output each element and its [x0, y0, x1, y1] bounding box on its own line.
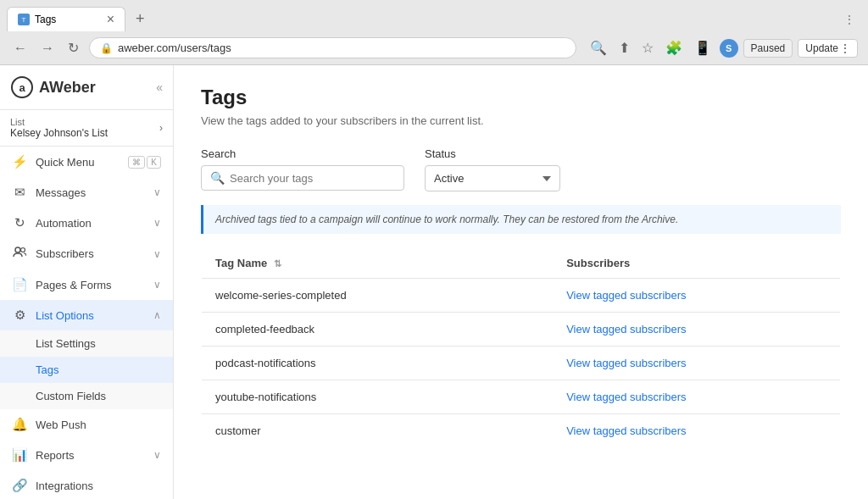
sort-icon[interactable]: ⇅	[274, 258, 281, 269]
search-icon: 🔍	[210, 171, 225, 185]
subscribers-icon	[12, 246, 27, 262]
sidebar-item-tags[interactable]: Tags	[0, 357, 173, 383]
view-tagged-subscribers-link[interactable]: View tagged subscribers	[566, 323, 686, 335]
tab-more-button[interactable]: ⋮	[837, 10, 861, 29]
toolbar-icons: 🔍 ⬆ ☆ 🧩 📱 S Paused Update ⋮	[587, 38, 858, 58]
back-button[interactable]: ←	[10, 37, 31, 59]
sidebar-item-messages[interactable]: ✉ Messages ∨	[0, 177, 173, 208]
extension-icon[interactable]: 🧩	[662, 38, 686, 58]
automation-icon: ↻	[12, 215, 27, 230]
list-selector-arrow-icon: ›	[159, 122, 163, 134]
automation-chevron-icon: ∨	[153, 217, 161, 229]
aweber-logo: a AWeber	[10, 75, 96, 99]
col-header-subscribers: Subscribers	[553, 248, 840, 279]
active-tab[interactable]: T Tags ×	[7, 7, 125, 31]
new-tab-button[interactable]: +	[129, 7, 152, 31]
tag-name-cell: podcast-notifications	[202, 347, 554, 380]
list-options-submenu: List Settings Tags Custom Fields	[0, 330, 173, 409]
search-field-group: Search 🔍	[201, 147, 404, 191]
integrations-icon: 🔗	[12, 478, 27, 493]
user-avatar-badge: S	[720, 39, 738, 58]
logo-text: AWeber	[39, 79, 96, 97]
status-label: Status	[425, 147, 560, 160]
status-field-group: Status Active Archived	[425, 147, 560, 191]
tag-name-cell: youtube-notifications	[202, 380, 554, 414]
tag-name-cell: customer	[202, 414, 554, 448]
sidebar-item-subscribers[interactable]: Subscribers ∨	[0, 238, 173, 269]
quick-menu-icon: ⚡	[12, 154, 27, 169]
sidebar-item-pages-forms[interactable]: 📄 Pages & Forms ∨	[0, 269, 173, 300]
sidebar-item-custom-fields[interactable]: Custom Fields	[0, 383, 173, 409]
page-title: Tags	[201, 86, 841, 109]
tab-bar: T Tags × + ⋮	[0, 0, 868, 31]
sidebar-item-list-options[interactable]: ⚙ List Options ∧	[0, 300, 173, 330]
pages-forms-icon: 📄	[12, 277, 27, 292]
sidebar-item-integrations[interactable]: 🔗 Integrations	[0, 470, 173, 499]
tab-close-button[interactable]: ×	[107, 13, 114, 26]
url-text: aweber.com/users/tags	[118, 42, 231, 54]
table-row: podcast-notifications View tagged subscr…	[202, 347, 841, 380]
subscribers-cell: View tagged subscribers	[553, 313, 840, 347]
search-input[interactable]	[230, 172, 395, 185]
table-row: completed-feedback View tagged subscribe…	[202, 313, 841, 347]
tags-table: Tag Name ⇅ Subscribers welcome-series-co…	[201, 247, 841, 448]
list-selector[interactable]: List Kelsey Johnson's List ›	[0, 110, 173, 147]
forward-button[interactable]: →	[37, 37, 58, 59]
browser-chrome: T Tags × + ⋮ ← → ↻ 🔒 aweber.com/users/ta…	[0, 0, 868, 65]
zoom-icon[interactable]: 🔍	[587, 38, 610, 58]
sidebar-header: a AWeber «	[0, 65, 173, 110]
refresh-button[interactable]: ↻	[64, 36, 82, 59]
pages-forms-chevron-icon: ∨	[153, 279, 161, 291]
page-subtitle: View the tags added to your subscribers …	[201, 114, 841, 127]
view-tagged-subscribers-link[interactable]: View tagged subscribers	[566, 391, 686, 403]
search-input-wrap: 🔍	[201, 165, 404, 191]
subscribers-cell: View tagged subscribers	[553, 414, 840, 448]
update-chevron-icon: ⋮	[840, 42, 850, 54]
info-banner: Archived tags tied to a campaign will co…	[201, 205, 841, 234]
view-tagged-subscribers-link[interactable]: View tagged subscribers	[566, 424, 686, 437]
main-content: Tags View the tags added to your subscri…	[174, 65, 868, 499]
tag-name-cell: completed-feedback	[202, 313, 554, 347]
tab-title: Tags	[35, 14, 102, 25]
table-row: customer View tagged subscribers	[202, 414, 841, 448]
quick-menu-shortcut: ⌘ K	[128, 156, 161, 169]
col-header-tag-name: Tag Name ⇅	[202, 248, 554, 279]
subscribers-cell: View tagged subscribers	[553, 279, 840, 313]
sidebar-item-web-push[interactable]: 🔔 Web Push	[0, 409, 173, 440]
subscribers-cell: View tagged subscribers	[553, 347, 840, 380]
update-button[interactable]: Update ⋮	[798, 39, 858, 58]
tab-favicon: T	[18, 14, 30, 25]
list-options-chevron-icon: ∧	[153, 309, 161, 321]
status-select[interactable]: Active Archived	[425, 165, 560, 191]
address-bar: ← → ↻ 🔒 aweber.com/users/tags 🔍 ⬆ ☆ 🧩 📱 …	[0, 31, 868, 64]
web-push-icon: 🔔	[12, 417, 27, 432]
tag-name-cell: welcome-series-completed	[202, 279, 554, 313]
sidebar-item-reports[interactable]: 📊 Reports ∨	[0, 440, 173, 470]
search-status-row: Search 🔍 Status Active Archived	[201, 147, 841, 191]
app: a AWeber « List Kelsey Johnson's List › …	[0, 65, 868, 499]
table-row: welcome-series-completed View tagged sub…	[202, 279, 841, 313]
table-row: youtube-notifications View tagged subscr…	[202, 380, 841, 414]
sidebar-item-list-settings[interactable]: List Settings	[0, 330, 173, 357]
svg-text:T: T	[22, 16, 26, 24]
mobile-icon[interactable]: 📱	[691, 38, 715, 58]
subscribers-cell: View tagged subscribers	[553, 380, 840, 414]
svg-point-4	[15, 247, 20, 252]
view-tagged-subscribers-link[interactable]: View tagged subscribers	[566, 289, 686, 302]
sidebar-item-automation[interactable]: ↻ Automation ∨	[0, 208, 173, 238]
svg-point-5	[21, 248, 25, 252]
paused-button[interactable]: Paused	[743, 39, 793, 58]
messages-icon: ✉	[12, 185, 27, 200]
bookmark-icon[interactable]: ☆	[638, 38, 657, 58]
share-icon[interactable]: ⬆	[615, 38, 633, 58]
sidebar: a AWeber « List Kelsey Johnson's List › …	[0, 65, 174, 499]
url-bar[interactable]: 🔒 aweber.com/users/tags	[89, 37, 576, 58]
reports-icon: 📊	[12, 447, 27, 463]
search-label: Search	[201, 147, 404, 160]
aweber-logo-icon: a	[10, 75, 34, 99]
sidebar-collapse-button[interactable]: «	[156, 80, 163, 94]
view-tagged-subscribers-link[interactable]: View tagged subscribers	[566, 357, 686, 369]
sidebar-item-quick-menu[interactable]: ⚡ Quick Menu ⌘ K	[0, 147, 173, 177]
list-options-icon: ⚙	[12, 308, 27, 323]
svg-text:a: a	[19, 81, 25, 94]
